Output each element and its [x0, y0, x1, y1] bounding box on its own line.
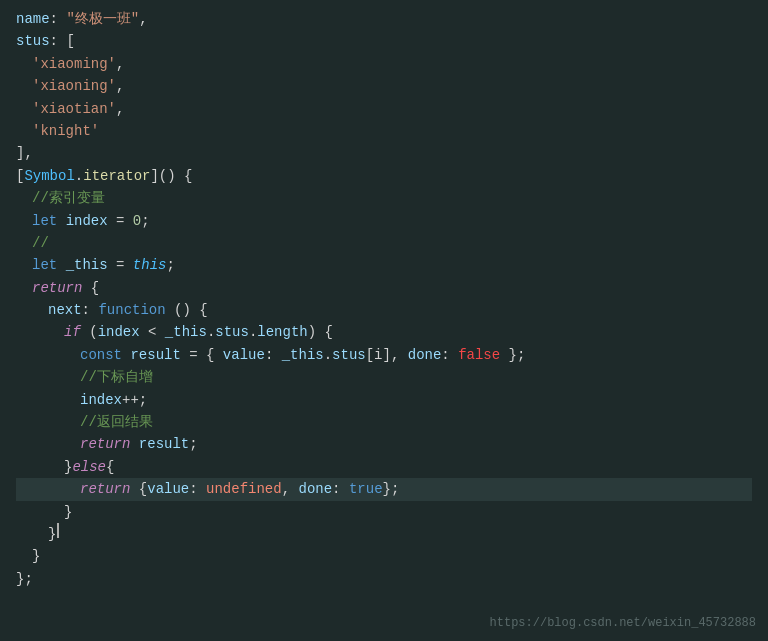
- code-token: _this: [66, 254, 108, 276]
- code-token: done: [408, 344, 442, 366]
- code-token: .: [75, 165, 83, 187]
- code-token: ) {: [308, 321, 333, 343]
- code-token: ;: [166, 254, 174, 276]
- code-token: 'xiaoming': [32, 53, 116, 75]
- text-cursor: [57, 523, 59, 538]
- code-token: {: [106, 456, 114, 478]
- line-21: }else{: [16, 456, 752, 478]
- code-token: //索引变量: [32, 187, 105, 209]
- code-token: this: [133, 254, 167, 276]
- code-token: length: [257, 321, 307, 343]
- line-2: stus: [: [16, 30, 752, 52]
- line-5: 'xiaotian',: [16, 98, 752, 120]
- code-token: let: [32, 210, 57, 232]
- code-token: :: [50, 8, 67, 30]
- code-token: return: [32, 277, 82, 299]
- code-token: {: [82, 277, 99, 299]
- code-editor: name: "终极一班", stus: [ 'xiaoming', 'xiaon…: [0, 0, 768, 620]
- line-19: //返回结果: [16, 411, 752, 433]
- code-token: 'xiaotian': [32, 98, 116, 120]
- code-token: [57, 210, 65, 232]
- code-token: ,: [116, 98, 124, 120]
- code-token: :: [332, 478, 349, 500]
- code-token: <: [140, 321, 165, 343]
- code-token: false: [458, 344, 500, 366]
- code-token: next: [48, 299, 82, 321]
- code-token: : [: [50, 30, 75, 52]
- line-14: next: function () {: [16, 299, 752, 321]
- code-token: [i],: [366, 344, 408, 366]
- code-token: ;: [189, 433, 197, 455]
- code-token: :: [441, 344, 458, 366]
- code-token: [57, 254, 65, 276]
- line-1: name: "终极一班",: [16, 8, 752, 30]
- code-token: iterator: [83, 165, 150, 187]
- code-token: }: [32, 545, 40, 567]
- code-token: ,: [116, 75, 124, 97]
- code-token: ,: [116, 53, 124, 75]
- code-token: =: [108, 210, 133, 232]
- code-token: //下标自增: [80, 366, 153, 388]
- line-26: };: [16, 568, 752, 590]
- code-token: ]: [150, 165, 158, 187]
- line-7: ],: [16, 142, 752, 164]
- code-token: [: [16, 165, 24, 187]
- code-token: [122, 344, 130, 366]
- code-token: index: [80, 389, 122, 411]
- code-token: true: [349, 478, 383, 500]
- code-token: index: [98, 321, 140, 343]
- line-15: if (index < _this.stus.length) {: [16, 321, 752, 343]
- code-token: :: [82, 299, 99, 321]
- code-token: value: [223, 344, 265, 366]
- code-token: done: [299, 478, 333, 500]
- code-token: .: [207, 321, 215, 343]
- code-token: 'xiaoning': [32, 75, 116, 97]
- code-token: = {: [181, 344, 223, 366]
- code-token: Symbol: [24, 165, 74, 187]
- code-token: _this: [165, 321, 207, 343]
- code-token: stus: [215, 321, 249, 343]
- code-token: return: [80, 433, 130, 455]
- code-token: 0: [133, 210, 141, 232]
- line-25: }: [16, 545, 752, 567]
- line-4: 'xiaoning',: [16, 75, 752, 97]
- code-token: {: [176, 165, 193, 187]
- code-token: .: [249, 321, 257, 343]
- line-16: const result = { value: _this.stus[i], d…: [16, 344, 752, 366]
- code-token: [130, 433, 138, 455]
- code-token: "终极一班": [66, 8, 139, 30]
- code-token: stus: [332, 344, 366, 366]
- code-token: (): [159, 165, 176, 187]
- watermark: https://blog.csdn.net/weixin_45732888: [490, 614, 756, 633]
- code-token: ;: [141, 210, 149, 232]
- code-token: value: [147, 478, 189, 500]
- code-token: function: [98, 299, 165, 321]
- code-token: };: [16, 568, 33, 590]
- code-token: ,: [139, 8, 147, 30]
- code-token: ],: [16, 142, 33, 164]
- line-3: 'xiaoming',: [16, 53, 752, 75]
- line-13: return {: [16, 277, 752, 299]
- code-token: name: [16, 8, 50, 30]
- line-8: [Symbol.iterator]() {: [16, 165, 752, 187]
- code-token: const: [80, 344, 122, 366]
- line-17: //下标自增: [16, 366, 752, 388]
- line-11: //: [16, 232, 752, 254]
- code-token: //: [32, 232, 49, 254]
- code-token: 'knight': [32, 120, 99, 142]
- code-token: };: [383, 478, 400, 500]
- line-10: let index = 0;: [16, 210, 752, 232]
- code-token: if: [64, 321, 81, 343]
- code-token: {: [130, 478, 147, 500]
- code-token: undefined: [206, 478, 282, 500]
- code-token: :: [189, 478, 206, 500]
- line-24: }: [16, 523, 752, 545]
- code-token: _this: [282, 344, 324, 366]
- code-token: }: [64, 501, 72, 523]
- code-token: =: [108, 254, 133, 276]
- code-token: ,: [282, 478, 299, 500]
- code-token: () {: [166, 299, 208, 321]
- code-token: ++;: [122, 389, 147, 411]
- code-token: //返回结果: [80, 411, 153, 433]
- code-token: let: [32, 254, 57, 276]
